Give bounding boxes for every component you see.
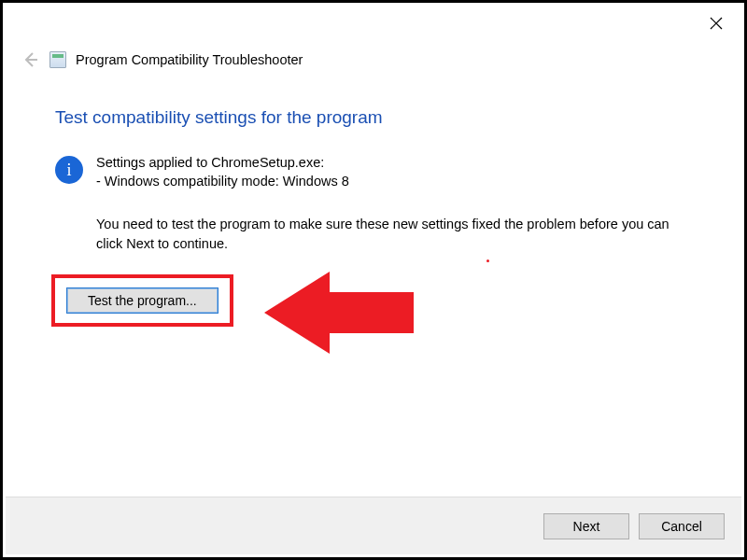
next-button[interactable]: Next bbox=[543, 513, 629, 539]
settings-applied-text: Settings applied to ChromeSetup.exe: - W… bbox=[96, 154, 349, 190]
back-arrow-icon bbox=[21, 51, 38, 68]
close-icon bbox=[710, 17, 723, 30]
window-title: Program Compatibility Troubleshooter bbox=[76, 52, 303, 67]
troubleshooter-app-icon bbox=[49, 51, 66, 68]
close-button[interactable] bbox=[703, 10, 729, 36]
info-block: i Settings applied to ChromeSetup.exe: -… bbox=[55, 154, 692, 190]
settings-applied-line1: Settings applied to ChromeSetup.exe: bbox=[96, 154, 349, 173]
titlebar bbox=[3, 3, 744, 42]
info-icon: i bbox=[55, 156, 83, 184]
content-area: Test compatibility settings for the prog… bbox=[3, 70, 744, 327]
dialog-footer: Next Cancel bbox=[6, 497, 741, 554]
settings-applied-line2: - Windows compatibility mode: Windows 8 bbox=[96, 173, 349, 191]
annotation-dot bbox=[486, 259, 489, 262]
cancel-button[interactable]: Cancel bbox=[639, 513, 725, 539]
test-program-button[interactable]: Test the program... bbox=[66, 287, 218, 314]
hint-text: You need to test the program to make sur… bbox=[96, 215, 692, 254]
header-row: Program Compatibility Troubleshooter bbox=[3, 49, 744, 70]
instruction-heading: Test compatibility settings for the prog… bbox=[55, 107, 692, 128]
annotation-highlight-box: Test the program... bbox=[51, 274, 233, 327]
back-button[interactable] bbox=[20, 49, 40, 70]
